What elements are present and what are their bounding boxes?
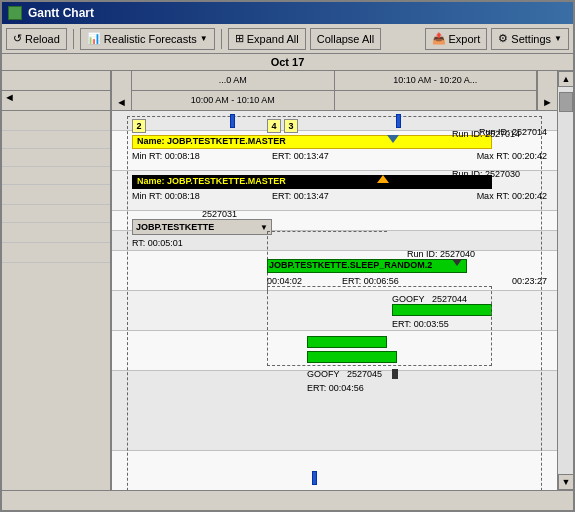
triangle-sleep [452, 259, 462, 266]
collapse-all-button[interactable]: Collapse All [310, 28, 381, 50]
reload-icon: ↺ [13, 32, 22, 45]
window-title: Gantt Chart [28, 6, 94, 20]
gantt-chart-window: Gantt Chart ↺ Reload 📊 Realistic Forecas… [0, 0, 575, 512]
badge-2: 2 [132, 119, 146, 133]
sep2 [221, 29, 222, 49]
jobp-testkette-row[interactable]: JOBP.TESTKETTE ▼ [132, 219, 272, 235]
realistic-forecasts-button[interactable]: 📊 Realistic Forecasts ▼ [80, 28, 215, 50]
green-bar-goofy2 [307, 336, 387, 348]
yellow-bar-1-label: Name: JOBP.TESTKETTE.MASTER [137, 136, 286, 146]
time-col-2: 10:10 AM - 10:20 A... [335, 71, 538, 110]
right-area: ◄ ...0 AM 10:00 AM - 10:10 AM 10:10 AM -… [112, 71, 573, 490]
reload-button[interactable]: ↺ Reload [6, 28, 67, 50]
scroll-left-icon[interactable]: ◄ [4, 91, 15, 103]
scroll-down-button[interactable]: ▼ [558, 474, 573, 490]
export-button[interactable]: 📤 Export [425, 28, 488, 50]
scrollbar-right: ▲ ▼ [557, 71, 573, 490]
expand-icon: ⊞ [235, 32, 244, 45]
time-top-2: 10:10 AM - 10:20 A... [335, 71, 537, 91]
left-row-4 [2, 167, 110, 185]
scroll-up-button[interactable]: ▲ [558, 71, 573, 87]
time-top-1: ...0 AM [132, 71, 334, 91]
left-row-7 [2, 223, 110, 243]
marker-blue-top2 [396, 114, 401, 128]
nav-right[interactable]: ► [537, 71, 557, 110]
left-row-8 [2, 243, 110, 263]
settings-button[interactable]: ⚙ Settings ▼ [491, 28, 569, 50]
right-panel: ◄ ...0 AM 10:00 AM - 10:10 AM 10:10 AM -… [112, 71, 557, 490]
gantt-container: ◄ ◄ [2, 71, 573, 490]
time-bottom-1: 10:00 AM - 10:10 AM [132, 91, 334, 110]
nav-left[interactable]: ◄ [112, 71, 132, 110]
green-bar-goofy3 [307, 351, 397, 363]
scroll-track[interactable] [558, 87, 573, 474]
triangle-down-1 [387, 135, 399, 143]
min-rt-1: Min RT: 00:08:18 [132, 151, 200, 161]
forecast-dropdown-arrow: ▼ [200, 34, 208, 43]
connector-h-1 [267, 231, 387, 232]
time-bottom-2 [335, 91, 537, 110]
settings-dropdown-arrow: ▼ [554, 34, 562, 43]
badge-4: 4 [267, 119, 281, 133]
status-bar [2, 490, 573, 510]
title-bar: Gantt Chart [2, 2, 573, 24]
toolbar: ↺ Reload 📊 Realistic Forecasts ▼ ⊞ Expan… [2, 24, 573, 54]
left-header: ◄ [2, 71, 110, 111]
forecast-icon: 📊 [87, 32, 101, 45]
scroll-thumb[interactable] [559, 92, 573, 112]
time-col-1: ...0 AM 10:00 AM - 10:10 AM [132, 71, 335, 110]
marker-blue-top [230, 114, 235, 128]
triangle-up-1 [377, 175, 389, 183]
marker-blue-bottom1 [312, 471, 317, 485]
left-rows [2, 111, 110, 490]
export-icon: 📤 [432, 32, 446, 45]
time-header: ◄ ...0 AM 10:00 AM - 10:10 AM 10:10 AM -… [112, 71, 557, 111]
date-header: Oct 17 [2, 54, 573, 71]
settings-icon: ⚙ [498, 32, 508, 45]
ert-1: ERT: 00:13:47 [272, 151, 329, 161]
black-bar-1-label: Name: JOBP.TESTKETTE.MASTER [137, 176, 286, 186]
badge-3: 3 [284, 119, 298, 133]
left-row-6 [2, 205, 110, 223]
gantt-body[interactable]: 2 4 3 Name: JOBP.TESTKETTE.MASTER [112, 111, 557, 490]
left-row-1 [2, 111, 110, 131]
max-rt-1: Max RT: 00:20:42 [477, 151, 547, 161]
sep1 [73, 29, 74, 49]
expand-all-button[interactable]: ⊞ Expand All [228, 28, 306, 50]
left-row-5 [2, 185, 110, 205]
left-row-2 [2, 131, 110, 149]
left-panel: ◄ [2, 71, 112, 490]
left-row-3 [2, 149, 110, 167]
app-icon [8, 6, 22, 20]
